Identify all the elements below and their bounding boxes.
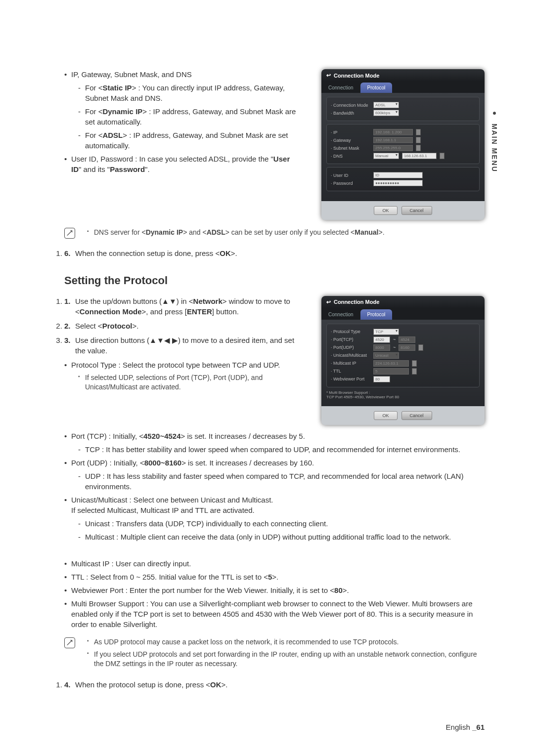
tab-protocol[interactable]: Protocol (360, 83, 393, 93)
step-4: 4.When the protocol setup is done, press… (64, 679, 485, 690)
label-ttl: · TTL (331, 369, 370, 374)
label-port-tcp: · Port(TCP) (331, 337, 370, 342)
label-subnet: · Subnet Mask (331, 146, 370, 151)
select-dns-mode[interactable]: Manual (373, 153, 399, 159)
dash-tcp-desc: TCP : It has better stability and lower … (71, 444, 485, 455)
tab-protocol[interactable]: Protocol (360, 309, 393, 320)
bullet-webviewer: Webviewer Port : Enter the port number f… (64, 585, 485, 595)
select-connection-mode[interactable]: ADSL (373, 102, 399, 108)
udp-stepper[interactable] (418, 344, 423, 351)
label-password: · Password (331, 181, 370, 186)
dialog-protocol: ↩Connection Mode Connection Protocol · P… (321, 296, 485, 425)
label-userid: · User ID (331, 173, 370, 178)
input-subnet[interactable]: 255.255.255.0 (373, 145, 413, 151)
input-port-tcp-to: 4524 (399, 336, 415, 343)
side-tab: ● MAIN MENU (490, 109, 498, 172)
sq-udp-activated: If selected UDP, selections of Port (TCP… (71, 373, 302, 392)
label-webviewer-port: · Webviewer Port (331, 377, 370, 381)
bullet-port-udp: Port (UDP) : Initially, <8000~8160> is s… (64, 458, 485, 492)
bullet-port-tcp: Port (TCP) : Initially, <4520~4524> is s… (64, 431, 485, 455)
note-udp-dmz: If you select UDP protocols and set port… (80, 650, 485, 669)
label-connection-mode: · Connection Mode (331, 103, 370, 108)
cancel-button[interactable]: Cancel (401, 411, 432, 420)
bullet-protocol-type: Protocol Type : Select the protocol type… (64, 360, 302, 392)
tab-connection[interactable]: Connection (321, 309, 360, 320)
section-heading: Setting the Protocol (64, 274, 485, 287)
dash-multicast: Multicast : Multiple client can receive … (71, 532, 485, 542)
back-icon: ↩ (326, 299, 331, 305)
label-protocol-type: · Protocol Type (331, 329, 370, 334)
ok-button[interactable]: OK (374, 206, 397, 215)
input-port-tcp-from[interactable]: 4520 (373, 336, 390, 343)
back-icon: ↩ (326, 72, 331, 79)
dash-unicast: Unicast : Transfers data (UDP, TCP) indi… (71, 518, 485, 529)
select-bandwidth[interactable]: 600kbps (373, 110, 399, 116)
dash-adsl: For <ADSL> : IP address, Gateway, and Su… (71, 130, 302, 151)
input-port-udp-to: 8160 (399, 344, 415, 351)
note-udp-packet-loss: As UDP protocol may cause a packet loss … (80, 637, 485, 647)
step-2: 2.Select <Protocol>. (64, 321, 302, 331)
note-icon (64, 228, 75, 239)
ttl-stepper[interactable] (412, 368, 417, 375)
dns-stepper[interactable] (440, 153, 445, 159)
dialog2-header: ↩Connection Mode (321, 296, 485, 308)
label-gateway: · Gateway (331, 138, 370, 143)
label-multicast-ip: · Multicast IP (331, 361, 370, 366)
side-tab-label: MAIN MENU (490, 124, 498, 172)
bullet-ttl: TTL : Select from 0 ~ 255. Initial value… (64, 572, 485, 582)
label-port-udp: · Port(UDP) (331, 345, 370, 350)
input-password[interactable]: ●●●●●●●●●● (373, 180, 423, 186)
input-gateway[interactable]: 192.168.1.1 (373, 137, 413, 143)
dialog-connection-mode: ↩Connection Mode Connection Protocol · C… (321, 69, 485, 220)
dialog1-header: ↩Connection Mode (321, 69, 485, 82)
bullet-ip: IP, Gateway, Subnet Mask, and DNS For <S… (64, 69, 302, 151)
label-dns: · DNS (331, 154, 370, 159)
page-footer: English _61 (446, 723, 485, 731)
input-port-udp-from: 8000 (373, 344, 390, 351)
cancel-button[interactable]: Cancel (401, 206, 432, 215)
mip-stepper[interactable] (412, 360, 417, 367)
input-ip[interactable]: 192.168. 1.200 (373, 129, 413, 135)
dash-static-ip: For <Static IP> : You can directly input… (71, 83, 302, 103)
note-icon (64, 637, 75, 648)
select-protocol-type[interactable]: TCP (373, 329, 399, 335)
tab-connection[interactable]: Connection (321, 83, 360, 93)
note-dns: DNS server for <Dynamic IP> and <ADSL> c… (80, 228, 485, 237)
input-multicast-ip: 224.126.63.1 (373, 360, 409, 367)
sm-stepper[interactable] (416, 145, 421, 151)
step-3: 3.Use direction buttons (▲▼◀ ▶) to move … (64, 335, 302, 356)
label-unicast-multicast: · Unicast/Multicast (331, 353, 370, 358)
label-bandwidth: · Bandwidth (331, 111, 370, 116)
dash-udp-desc: UDP : It has less stability and faster s… (71, 471, 485, 492)
gw-stepper[interactable] (416, 137, 421, 143)
input-dns[interactable]: 168.126.63.1 (402, 153, 437, 159)
input-ttl: 5 (373, 368, 409, 375)
step-6: 6.When the connection setup is done, pre… (64, 248, 485, 258)
dash-dynamic-ip: For <Dynamic IP> : IP address, Gateway, … (71, 106, 302, 127)
bullet-multicast-ip: Multicast IP : User can directly input. (64, 558, 485, 569)
bullet-userid: User ID, Password : In case you selected… (64, 154, 302, 174)
dialog2-footnote: * Multi Browser Support : TCP Port 4505~… (326, 390, 480, 399)
ok-button[interactable]: OK (374, 411, 397, 420)
input-userid[interactable]: ID (373, 172, 423, 178)
step-1: 1.Use the up/down buttons (▲▼) in <Netwo… (64, 296, 302, 317)
label-ip: · IP (331, 130, 370, 135)
input-webviewer-port[interactable]: 80 (373, 376, 390, 382)
ip-stepper[interactable] (416, 129, 421, 135)
select-unicast-multicast: Unicast (373, 352, 399, 359)
bullet-multibrowser: Multi Browser Support : You can use a Si… (64, 598, 485, 630)
bullet-unicast-multicast: Unicast/Multicast : Select one between U… (64, 495, 485, 555)
